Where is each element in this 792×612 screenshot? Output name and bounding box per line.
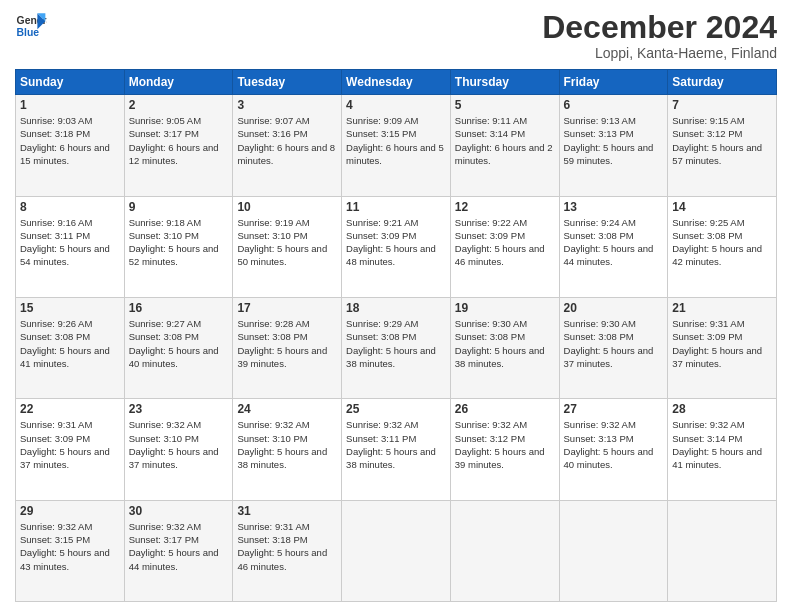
day-info: Sunrise: 9:16 AMSunset: 3:11 PMDaylight:…	[20, 216, 120, 269]
day-info: Sunrise: 9:30 AMSunset: 3:08 PMDaylight:…	[564, 317, 664, 370]
day-number: 20	[564, 301, 664, 315]
day-info: Sunrise: 9:18 AMSunset: 3:10 PMDaylight:…	[129, 216, 229, 269]
calendar-cell: 19Sunrise: 9:30 AMSunset: 3:08 PMDayligh…	[450, 297, 559, 398]
day-header-sunday: Sunday	[16, 70, 125, 95]
day-number: 13	[564, 200, 664, 214]
calendar-cell: 8Sunrise: 9:16 AMSunset: 3:11 PMDaylight…	[16, 196, 125, 297]
day-number: 5	[455, 98, 555, 112]
day-info: Sunrise: 9:07 AMSunset: 3:16 PMDaylight:…	[237, 114, 337, 167]
calendar-cell: 24Sunrise: 9:32 AMSunset: 3:10 PMDayligh…	[233, 399, 342, 500]
calendar-cell: 2Sunrise: 9:05 AMSunset: 3:17 PMDaylight…	[124, 95, 233, 196]
day-number: 16	[129, 301, 229, 315]
calendar-cell: 30Sunrise: 9:32 AMSunset: 3:17 PMDayligh…	[124, 500, 233, 601]
day-info: Sunrise: 9:26 AMSunset: 3:08 PMDaylight:…	[20, 317, 120, 370]
day-info: Sunrise: 9:05 AMSunset: 3:17 PMDaylight:…	[129, 114, 229, 167]
calendar-cell	[668, 500, 777, 601]
day-number: 15	[20, 301, 120, 315]
day-info: Sunrise: 9:32 AMSunset: 3:17 PMDaylight:…	[129, 520, 229, 573]
calendar-cell: 21Sunrise: 9:31 AMSunset: 3:09 PMDayligh…	[668, 297, 777, 398]
location-subtitle: Loppi, Kanta-Haeme, Finland	[542, 45, 777, 61]
day-number: 31	[237, 504, 337, 518]
day-info: Sunrise: 9:15 AMSunset: 3:12 PMDaylight:…	[672, 114, 772, 167]
day-info: Sunrise: 9:28 AMSunset: 3:08 PMDaylight:…	[237, 317, 337, 370]
calendar-cell: 16Sunrise: 9:27 AMSunset: 3:08 PMDayligh…	[124, 297, 233, 398]
logo-icon: General Blue	[15, 10, 47, 42]
week-row-2: 8Sunrise: 9:16 AMSunset: 3:11 PMDaylight…	[16, 196, 777, 297]
day-info: Sunrise: 9:13 AMSunset: 3:13 PMDaylight:…	[564, 114, 664, 167]
day-number: 24	[237, 402, 337, 416]
day-info: Sunrise: 9:32 AMSunset: 3:14 PMDaylight:…	[672, 418, 772, 471]
day-number: 17	[237, 301, 337, 315]
week-row-1: 1Sunrise: 9:03 AMSunset: 3:18 PMDaylight…	[16, 95, 777, 196]
day-number: 27	[564, 402, 664, 416]
calendar-cell: 27Sunrise: 9:32 AMSunset: 3:13 PMDayligh…	[559, 399, 668, 500]
logo: General Blue	[15, 10, 47, 42]
calendar-cell: 25Sunrise: 9:32 AMSunset: 3:11 PMDayligh…	[342, 399, 451, 500]
day-info: Sunrise: 9:09 AMSunset: 3:15 PMDaylight:…	[346, 114, 446, 167]
calendar-cell: 26Sunrise: 9:32 AMSunset: 3:12 PMDayligh…	[450, 399, 559, 500]
day-info: Sunrise: 9:32 AMSunset: 3:11 PMDaylight:…	[346, 418, 446, 471]
calendar-cell: 20Sunrise: 9:30 AMSunset: 3:08 PMDayligh…	[559, 297, 668, 398]
calendar-header-row: SundayMondayTuesdayWednesdayThursdayFrid…	[16, 70, 777, 95]
calendar-cell: 5Sunrise: 9:11 AMSunset: 3:14 PMDaylight…	[450, 95, 559, 196]
calendar-cell: 11Sunrise: 9:21 AMSunset: 3:09 PMDayligh…	[342, 196, 451, 297]
day-info: Sunrise: 9:30 AMSunset: 3:08 PMDaylight:…	[455, 317, 555, 370]
day-number: 12	[455, 200, 555, 214]
day-number: 25	[346, 402, 446, 416]
day-info: Sunrise: 9:32 AMSunset: 3:10 PMDaylight:…	[129, 418, 229, 471]
day-number: 7	[672, 98, 772, 112]
week-row-3: 15Sunrise: 9:26 AMSunset: 3:08 PMDayligh…	[16, 297, 777, 398]
header: General Blue December 2024 Loppi, Kanta-…	[15, 10, 777, 61]
calendar-cell: 10Sunrise: 9:19 AMSunset: 3:10 PMDayligh…	[233, 196, 342, 297]
day-number: 11	[346, 200, 446, 214]
day-number: 29	[20, 504, 120, 518]
week-row-5: 29Sunrise: 9:32 AMSunset: 3:15 PMDayligh…	[16, 500, 777, 601]
day-info: Sunrise: 9:31 AMSunset: 3:09 PMDaylight:…	[672, 317, 772, 370]
day-number: 4	[346, 98, 446, 112]
day-info: Sunrise: 9:24 AMSunset: 3:08 PMDaylight:…	[564, 216, 664, 269]
day-number: 30	[129, 504, 229, 518]
calendar-cell: 14Sunrise: 9:25 AMSunset: 3:08 PMDayligh…	[668, 196, 777, 297]
day-number: 21	[672, 301, 772, 315]
day-number: 18	[346, 301, 446, 315]
day-header-friday: Friday	[559, 70, 668, 95]
day-number: 19	[455, 301, 555, 315]
day-info: Sunrise: 9:29 AMSunset: 3:08 PMDaylight:…	[346, 317, 446, 370]
svg-text:Blue: Blue	[17, 27, 40, 38]
calendar-cell: 7Sunrise: 9:15 AMSunset: 3:12 PMDaylight…	[668, 95, 777, 196]
day-info: Sunrise: 9:32 AMSunset: 3:10 PMDaylight:…	[237, 418, 337, 471]
day-number: 3	[237, 98, 337, 112]
calendar-cell: 15Sunrise: 9:26 AMSunset: 3:08 PMDayligh…	[16, 297, 125, 398]
day-number: 28	[672, 402, 772, 416]
day-number: 26	[455, 402, 555, 416]
calendar-table: SundayMondayTuesdayWednesdayThursdayFrid…	[15, 69, 777, 602]
calendar-cell: 29Sunrise: 9:32 AMSunset: 3:15 PMDayligh…	[16, 500, 125, 601]
calendar-cell	[559, 500, 668, 601]
day-number: 9	[129, 200, 229, 214]
calendar-cell: 31Sunrise: 9:31 AMSunset: 3:18 PMDayligh…	[233, 500, 342, 601]
day-number: 14	[672, 200, 772, 214]
calendar-cell	[342, 500, 451, 601]
day-info: Sunrise: 9:32 AMSunset: 3:15 PMDaylight:…	[20, 520, 120, 573]
day-info: Sunrise: 9:11 AMSunset: 3:14 PMDaylight:…	[455, 114, 555, 167]
calendar-cell: 12Sunrise: 9:22 AMSunset: 3:09 PMDayligh…	[450, 196, 559, 297]
calendar-cell: 1Sunrise: 9:03 AMSunset: 3:18 PMDaylight…	[16, 95, 125, 196]
day-header-saturday: Saturday	[668, 70, 777, 95]
week-row-4: 22Sunrise: 9:31 AMSunset: 3:09 PMDayligh…	[16, 399, 777, 500]
day-header-wednesday: Wednesday	[342, 70, 451, 95]
day-info: Sunrise: 9:31 AMSunset: 3:18 PMDaylight:…	[237, 520, 337, 573]
calendar-cell: 6Sunrise: 9:13 AMSunset: 3:13 PMDaylight…	[559, 95, 668, 196]
day-info: Sunrise: 9:21 AMSunset: 3:09 PMDaylight:…	[346, 216, 446, 269]
day-number: 8	[20, 200, 120, 214]
day-info: Sunrise: 9:22 AMSunset: 3:09 PMDaylight:…	[455, 216, 555, 269]
day-header-tuesday: Tuesday	[233, 70, 342, 95]
day-info: Sunrise: 9:03 AMSunset: 3:18 PMDaylight:…	[20, 114, 120, 167]
day-info: Sunrise: 9:27 AMSunset: 3:08 PMDaylight:…	[129, 317, 229, 370]
day-info: Sunrise: 9:32 AMSunset: 3:13 PMDaylight:…	[564, 418, 664, 471]
day-number: 22	[20, 402, 120, 416]
day-number: 2	[129, 98, 229, 112]
day-number: 23	[129, 402, 229, 416]
title-block: December 2024 Loppi, Kanta-Haeme, Finlan…	[542, 10, 777, 61]
day-info: Sunrise: 9:32 AMSunset: 3:12 PMDaylight:…	[455, 418, 555, 471]
calendar-cell: 28Sunrise: 9:32 AMSunset: 3:14 PMDayligh…	[668, 399, 777, 500]
